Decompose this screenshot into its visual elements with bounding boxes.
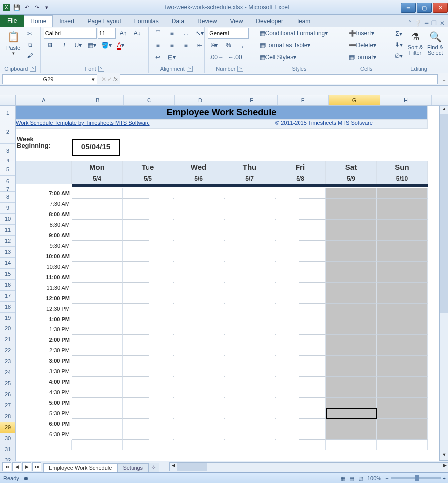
cell[interactable] xyxy=(377,230,428,241)
undo-icon[interactable]: ↶ xyxy=(22,3,31,12)
row-header[interactable]: 26 xyxy=(0,389,15,400)
cell[interactable] xyxy=(72,283,123,293)
align-top-icon[interactable]: ⎴ xyxy=(151,28,164,39)
insert-cells-button[interactable]: ➕ Insert ▾ xyxy=(347,28,386,39)
doc-restore-icon[interactable]: ❐ xyxy=(431,20,437,27)
cell[interactable] xyxy=(173,241,224,251)
cell[interactable] xyxy=(326,209,377,220)
autosum-icon[interactable]: Σ▾ xyxy=(392,29,405,39)
cell[interactable] xyxy=(72,251,123,262)
increase-decimal-icon[interactable]: .00→ xyxy=(208,52,225,63)
cell[interactable] xyxy=(123,314,173,324)
cell[interactable] xyxy=(123,440,173,450)
date-header[interactable]: 5/4 xyxy=(72,173,123,184)
comma-icon[interactable]: , xyxy=(236,40,249,51)
cell[interactable] xyxy=(173,283,224,293)
cell[interactable] xyxy=(123,230,173,241)
cell[interactable] xyxy=(326,335,377,345)
cell[interactable] xyxy=(123,220,173,230)
zoom-slider[interactable] xyxy=(391,477,441,479)
cell[interactable]: 5:00 PM xyxy=(16,398,72,408)
cell[interactable] xyxy=(377,429,428,440)
cell[interactable] xyxy=(224,209,275,220)
cell[interactable] xyxy=(173,220,224,230)
cell[interactable] xyxy=(72,440,123,450)
cell[interactable] xyxy=(173,356,224,366)
row-header[interactable]: 29 xyxy=(0,422,15,433)
cell[interactable]: 10:00 AM xyxy=(16,251,72,262)
row-header[interactable]: 24 xyxy=(0,367,15,378)
cell[interactable] xyxy=(377,366,428,377)
row-header[interactable]: 12 xyxy=(0,236,15,247)
cancel-fx-icon[interactable]: ✕ xyxy=(101,76,106,83)
cell[interactable] xyxy=(173,324,224,335)
cell[interactable] xyxy=(275,220,326,230)
cell[interactable] xyxy=(224,241,275,251)
cell[interactable]: 7:30 AM xyxy=(16,199,72,209)
cell[interactable] xyxy=(377,251,428,262)
tab-insert[interactable]: Insert xyxy=(53,15,81,27)
cell[interactable] xyxy=(326,272,377,283)
conditional-formatting-button[interactable]: ▦ Conditional Formatting ▾ xyxy=(258,28,341,39)
row-header[interactable]: 18 xyxy=(0,302,15,313)
cell[interactable] xyxy=(275,251,326,262)
row-header[interactable]: 9 xyxy=(0,203,15,214)
day-header[interactable]: Fri xyxy=(275,161,326,173)
day-header[interactable]: Wed xyxy=(173,161,224,173)
maximize-button[interactable]: ▢ xyxy=(417,3,432,13)
cell[interactable] xyxy=(173,387,224,398)
cell[interactable]: 7:00 AM xyxy=(16,188,72,199)
formula-input[interactable] xyxy=(120,74,438,84)
cell[interactable] xyxy=(72,335,123,345)
cell[interactable] xyxy=(377,314,428,324)
cell[interactable] xyxy=(72,408,123,419)
cell[interactable] xyxy=(224,408,275,419)
cell[interactable] xyxy=(224,272,275,283)
cell[interactable] xyxy=(275,314,326,324)
week-date-value[interactable]: 05/04/15 xyxy=(72,139,120,156)
row-header[interactable]: 31 xyxy=(0,444,15,455)
cell[interactable]: 6:30 PM xyxy=(16,429,72,440)
tab-formulas[interactable]: Formulas xyxy=(128,15,165,27)
cell[interactable] xyxy=(326,398,377,408)
cell[interactable] xyxy=(326,345,377,356)
new-sheet-icon[interactable]: ✧ xyxy=(148,463,159,472)
first-sheet-icon[interactable]: ⏮ xyxy=(2,462,11,471)
cell[interactable] xyxy=(377,209,428,220)
tab-file[interactable]: File xyxy=(0,15,24,27)
cell[interactable]: 11:30 AM xyxy=(16,283,72,293)
cell[interactable] xyxy=(173,262,224,272)
row-header[interactable]: 23 xyxy=(0,356,15,367)
cell[interactable] xyxy=(123,241,173,251)
cell[interactable] xyxy=(123,408,173,419)
sort-filter-button[interactable]: ⚗ Sort & Filter xyxy=(405,28,425,61)
font-color-icon[interactable]: A▾ xyxy=(114,40,127,51)
cell[interactable] xyxy=(173,335,224,345)
cell[interactable] xyxy=(377,188,428,199)
cell[interactable] xyxy=(72,398,123,408)
cell[interactable] xyxy=(173,209,224,220)
cell[interactable] xyxy=(123,366,173,377)
spreadsheet-grid[interactable]: A B C D E F G H 123456789101112131415161… xyxy=(0,95,448,461)
cell[interactable] xyxy=(224,387,275,398)
tab-home[interactable]: Home xyxy=(24,15,53,27)
row-header[interactable]: 20 xyxy=(0,323,15,334)
cell[interactable] xyxy=(123,429,173,440)
cell[interactable] xyxy=(123,209,173,220)
scroll-left-icon[interactable]: ◀ xyxy=(170,463,177,471)
cell[interactable] xyxy=(123,304,173,314)
cell[interactable] xyxy=(326,387,377,398)
date-header[interactable]: 5/10 xyxy=(377,173,428,184)
row-header[interactable]: 7 xyxy=(0,187,15,192)
cell[interactable] xyxy=(377,324,428,335)
cell[interactable] xyxy=(173,199,224,209)
cell[interactable] xyxy=(275,387,326,398)
cell[interactable] xyxy=(123,398,173,408)
cell[interactable] xyxy=(224,356,275,366)
cell[interactable] xyxy=(123,199,173,209)
cell[interactable] xyxy=(275,272,326,283)
cell[interactable] xyxy=(224,398,275,408)
cell[interactable] xyxy=(377,220,428,230)
cell[interactable] xyxy=(377,335,428,345)
cell[interactable] xyxy=(123,293,173,304)
